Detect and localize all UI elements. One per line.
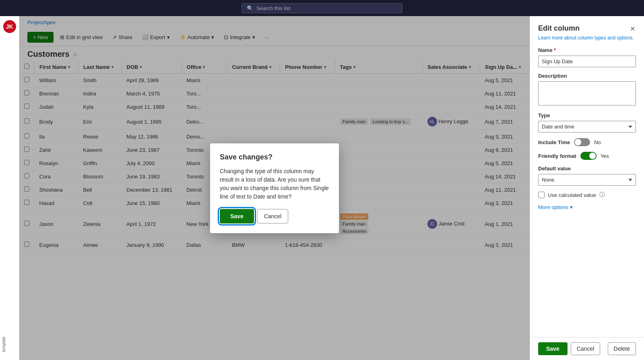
search-icon: 🔍 <box>247 5 253 11</box>
more-options-button[interactable]: More options ▾ <box>538 204 573 210</box>
list-area: ProjectApex + New ⊞ Edit in grid view ↗ … <box>19 16 530 360</box>
save-dialog: Save changes? Changing the type of this … <box>210 143 339 233</box>
chevron-down-icon: ▾ <box>570 204 573 210</box>
dialog-body: Changing the type of this column may res… <box>220 167 329 201</box>
include-time-value: No <box>594 139 601 145</box>
dialog-actions: Save Cancel <box>220 209 329 223</box>
info-icon[interactable]: ⓘ <box>599 191 605 199</box>
panel-footer: Save Cancel Delete <box>530 337 644 360</box>
required-star: * <box>554 47 556 53</box>
panel-save-button[interactable]: Save <box>538 342 568 355</box>
sidebar: JK template <box>0 16 19 360</box>
type-field-label: Type <box>538 112 636 118</box>
type-select[interactable]: Date and time Single line of text Multip… <box>538 121 636 132</box>
include-time-row: Include Time No <box>538 138 636 146</box>
use-calculated-label: Use calculated value <box>548 192 596 198</box>
main-content: JK template ProjectApex + New ⊞ Edit in … <box>0 16 644 360</box>
description-input[interactable] <box>538 81 636 106</box>
include-time-toggle[interactable] <box>574 138 590 146</box>
edit-panel-header: Edit column ✕ <box>538 24 636 33</box>
friendly-format-label: Friendly format <box>538 153 576 159</box>
panel-delete-button[interactable]: Delete <box>608 342 636 355</box>
template-label: template <box>2 337 6 352</box>
use-calculated-row: Use calculated value ⓘ <box>538 191 636 199</box>
edit-panel-title: Edit column <box>538 24 580 33</box>
app-icon[interactable]: JK <box>3 20 16 33</box>
close-panel-button[interactable]: ✕ <box>629 24 636 33</box>
default-value-label: Default value <box>538 166 636 172</box>
modal-overlay: Save changes? Changing the type of this … <box>19 16 530 360</box>
learn-more-link[interactable]: Learn more about column types and option… <box>538 35 636 41</box>
friendly-format-value: Yes <box>601 153 609 159</box>
top-bar: 🔍 Search this list <box>0 0 644 16</box>
search-placeholder: Search this list <box>256 5 291 11</box>
dialog-save-button[interactable]: Save <box>220 209 254 223</box>
friendly-format-row: Friendly format Yes <box>538 152 636 160</box>
search-box[interactable]: 🔍 Search this list <box>242 3 402 13</box>
default-value-select[interactable]: None <box>538 174 636 186</box>
name-field-label: Name * <box>538 47 636 53</box>
include-time-label: Include Time <box>538 139 570 145</box>
dialog-cancel-button[interactable]: Cancel <box>257 209 289 223</box>
edit-panel: Edit column ✕ Learn more about column ty… <box>530 16 644 360</box>
use-calculated-checkbox[interactable] <box>538 192 545 198</box>
dialog-title: Save changes? <box>220 153 329 161</box>
name-input[interactable] <box>538 56 636 67</box>
panel-cancel-button[interactable]: Cancel <box>571 342 601 355</box>
description-field-label: Description <box>538 73 636 79</box>
friendly-format-toggle[interactable] <box>580 152 597 160</box>
